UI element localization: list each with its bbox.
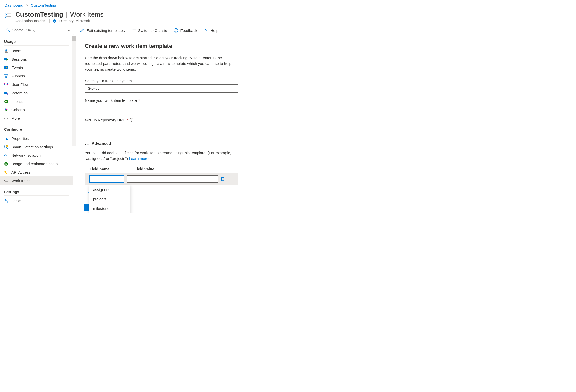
svg-point-4 — [7, 29, 9, 31]
directory-label: Directory: Microsoft — [59, 19, 90, 23]
costs-icon: $ — [4, 162, 8, 166]
sidebar-item-api-access[interactable]: API Access — [0, 168, 73, 176]
svg-rect-26 — [7, 139, 8, 140]
help-button[interactable]: ? Help — [204, 28, 218, 33]
toolbar: Edit existing templates Switch to Classi… — [80, 26, 576, 35]
locks-icon — [4, 199, 8, 203]
svg-point-8 — [6, 59, 8, 61]
field-name-dropdown: assignees projects milestone template — [89, 185, 130, 214]
field-value-input[interactable] — [127, 175, 218, 183]
search-icon — [6, 28, 10, 32]
svg-point-21 — [5, 108, 6, 110]
impact-icon — [4, 99, 8, 104]
sidebar-item-retention[interactable]: Retention — [0, 89, 73, 97]
chevron-down-icon: ⌄ — [233, 87, 235, 90]
sidebar-item-cohorts[interactable]: Cohorts — [0, 106, 73, 114]
sidebar-item-user-flows[interactable]: User Flows — [0, 80, 73, 89]
page-header: CustomTesting | Work Items ⋯ Application… — [0, 9, 576, 26]
sidebar-item-impact[interactable]: Impact — [0, 97, 73, 106]
breadcrumb-current[interactable]: CustomTesting — [31, 3, 56, 7]
sidebar-item-network-isolation[interactable]: <··>Network Isolation — [0, 151, 73, 160]
work-items-icon — [5, 12, 12, 19]
dropdown-option-assignees[interactable]: assignees — [89, 185, 130, 194]
help-icon: ? — [204, 28, 208, 33]
svg-point-40 — [174, 28, 178, 32]
sidebar-item-users[interactable]: Users — [0, 47, 73, 55]
feedback-button[interactable]: Feedback — [174, 28, 197, 33]
edit-templates-button[interactable]: Edit existing templates — [80, 28, 125, 33]
dropdown-option-template[interactable]: template — [89, 213, 130, 214]
scroll-up-arrow[interactable]: ▲ — [72, 33, 76, 36]
sidebar-item-work-items[interactable]: Work Items — [0, 176, 73, 185]
svg-rect-44 — [222, 178, 224, 180]
trash-icon — [220, 176, 225, 181]
sessions-icon — [4, 57, 8, 61]
user-flows-icon — [4, 83, 8, 87]
nav-heading-usage: Usage — [4, 38, 69, 46]
more-icon: ⋯ — [4, 116, 8, 120]
nav-heading-settings: Settings — [4, 188, 69, 196]
work-items-nav-icon — [4, 179, 8, 183]
sidebar: « ▲ Usage Users Sessions Events Funnels … — [0, 26, 73, 213]
sidebar-item-usage-costs[interactable]: $Usage and estimated costs — [0, 160, 73, 168]
advanced-toggle[interactable]: ︿ Advanced — [85, 141, 238, 147]
sidebar-search[interactable] — [4, 26, 64, 34]
users-icon — [4, 49, 8, 53]
advanced-description: You can add additional fields for work i… — [85, 150, 238, 162]
sidebar-item-properties[interactable]: Properties — [0, 134, 73, 143]
page-section: Work Items — [70, 10, 104, 18]
smiley-icon — [174, 28, 178, 33]
switch-classic-button[interactable]: Switch to Classic — [131, 28, 167, 33]
svg-rect-15 — [7, 84, 8, 85]
dropdown-option-milestone[interactable]: milestone — [89, 204, 130, 213]
sidebar-item-events[interactable]: Events — [0, 63, 73, 72]
sidebar-item-funnels[interactable]: Funnels — [0, 72, 73, 80]
svg-rect-11 — [4, 83, 5, 84]
template-name-label: Name your work item template — [85, 98, 137, 103]
sidebar-item-smart-detection[interactable]: Smart Detection settings — [0, 143, 73, 151]
svg-rect-25 — [6, 138, 7, 140]
svg-rect-12 — [4, 84, 5, 85]
column-header-field-name: Field name — [89, 167, 134, 171]
search-input[interactable] — [12, 28, 62, 32]
svg-point-42 — [176, 30, 177, 30]
svg-point-20 — [6, 101, 7, 102]
scrollbar-track[interactable]: ▲ — [72, 36, 76, 146]
svg-line-28 — [7, 148, 8, 149]
properties-icon — [4, 137, 8, 141]
network-icon: <··> — [4, 153, 8, 158]
more-actions-button[interactable]: ⋯ — [108, 12, 116, 18]
svg-point-22 — [6, 108, 8, 110]
learn-more-link[interactable]: Learn more — [129, 156, 149, 161]
svg-text:i: i — [54, 20, 55, 23]
dropdown-option-projects[interactable]: projects — [89, 194, 130, 204]
breadcrumb-root[interactable]: Dashboard — [5, 3, 23, 7]
svg-point-29 — [6, 145, 8, 147]
events-icon — [4, 66, 8, 70]
svg-rect-14 — [7, 83, 8, 84]
repo-url-label: GitHub Repository URL — [85, 118, 125, 122]
breadcrumb-separator: > — [26, 3, 28, 7]
sidebar-item-more[interactable]: ⋯More — [0, 114, 73, 122]
svg-rect-24 — [5, 137, 5, 140]
pencil-icon — [80, 28, 84, 33]
template-name-input[interactable] — [85, 104, 238, 112]
field-row: assignees projects milestone template — [85, 173, 238, 185]
svg-point-23 — [6, 110, 7, 111]
scrollbar-thumb[interactable] — [72, 36, 76, 41]
info-tooltip-icon[interactable]: i — [130, 118, 133, 122]
sidebar-item-locks[interactable]: Locks — [0, 197, 73, 205]
svg-line-5 — [9, 31, 10, 32]
svg-text:?: ? — [205, 28, 208, 33]
sidebar-item-sessions[interactable]: Sessions — [0, 55, 73, 63]
svg-rect-17 — [7, 93, 8, 95]
delete-row-button[interactable] — [220, 176, 225, 182]
repo-url-input[interactable] — [85, 124, 238, 132]
collapse-sidebar-button[interactable]: « — [68, 28, 70, 32]
field-name-input[interactable] — [89, 175, 124, 183]
form-description: Use the drop down below to get started. … — [85, 55, 238, 72]
svg-rect-37 — [5, 201, 7, 203]
tracking-system-select[interactable]: GitHub ⌄ — [85, 84, 238, 93]
svg-point-6 — [5, 49, 7, 51]
main-content: Edit existing templates Switch to Classi… — [73, 26, 576, 213]
